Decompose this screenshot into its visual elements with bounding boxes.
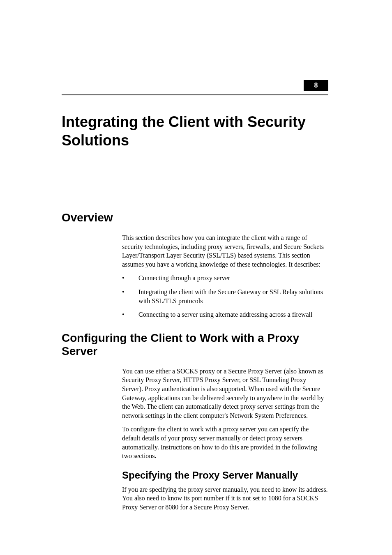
chapter-title: Integrating the Client with Security Sol… — [62, 113, 328, 150]
manual-paragraph: If you are specifying the proxy server m… — [122, 485, 328, 512]
horizontal-rule — [62, 94, 328, 95]
chapter-number: 8 — [314, 82, 318, 89]
list-item: Connecting through a proxy server — [122, 274, 328, 283]
page-content: Integrating the Client with Security Sol… — [0, 0, 392, 511]
section-heading-proxy: Configuring the Client to Work with a Pr… — [62, 332, 328, 358]
chapter-number-badge: 8 — [304, 80, 328, 91]
list-item: Integrating the client with the Secure G… — [122, 288, 328, 305]
subsection-heading-manual: Specifying the Proxy Server Manually — [122, 470, 328, 481]
overview-paragraph: This section describes how you can integ… — [122, 233, 328, 269]
overview-bullet-list: Connecting through a proxy server Integr… — [122, 274, 328, 319]
section-heading-overview: Overview — [62, 211, 328, 224]
list-item: Connecting to a server using alternate a… — [122, 310, 328, 319]
proxy-paragraph-1: You can use either a SOCKS proxy or a Se… — [122, 367, 328, 420]
proxy-paragraph-2: To configure the client to work with a p… — [122, 425, 328, 460]
